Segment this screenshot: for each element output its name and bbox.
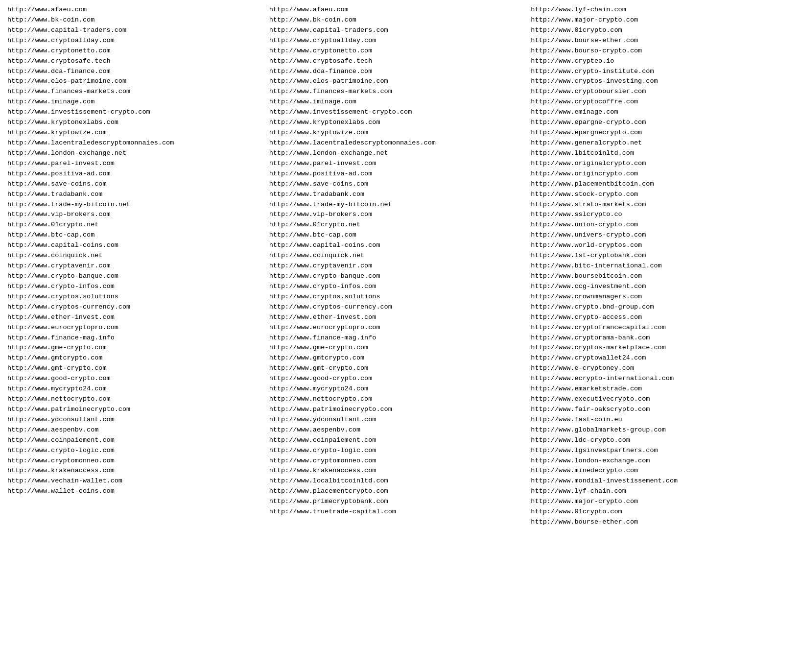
url-item[interactable]: http://www.primecryptobank.com <box>269 497 526 507</box>
url-item[interactable]: http://www.cryptomonneo.com <box>7 456 264 466</box>
url-item[interactable]: http://www.cryptosafe.tech <box>7 56 264 67</box>
url-item[interactable]: http://www.eurocryptopro.com <box>269 323 526 333</box>
url-item[interactable]: http://www.elos-patrimoine.com <box>7 76 264 87</box>
url-item[interactable]: http://www.lbitcoinltd.com <box>531 148 788 159</box>
url-item[interactable]: http://www.world-cryptos.com <box>531 240 788 251</box>
url-item[interactable]: http://www.aespenbv.com <box>7 425 264 435</box>
url-item[interactable]: http://www.crypto-logic.com <box>7 446 264 456</box>
url-item[interactable]: http://www.cryptoallday.com <box>7 36 264 46</box>
url-item[interactable]: http://www.lacentraledescryptomonnaies.c… <box>269 138 526 148</box>
url-item[interactable]: http://www.lyf-chain.com <box>531 5 788 15</box>
url-item[interactable]: http://www.eminage.com <box>531 107 788 118</box>
url-item[interactable]: http://www.krakenaccess.com <box>7 466 264 476</box>
url-item[interactable]: http://www.cryptomonneo.com <box>269 456 526 466</box>
url-item[interactable]: http://www.01crypto.net <box>7 220 264 230</box>
url-item[interactable]: http://www.save-coins.com <box>7 179 264 190</box>
url-item[interactable]: http://www.cryptoallday.com <box>269 36 526 46</box>
url-item[interactable]: http://www.bk-coin.com <box>269 15 526 25</box>
url-item[interactable]: http://www.globalmarkets-group.com <box>531 425 788 435</box>
url-item[interactable]: http://www.cryptos-investing.com <box>531 76 788 87</box>
url-item[interactable]: http://www.lyf-chain.com <box>531 486 788 497</box>
url-item[interactable]: http://www.cryptos-currency.com <box>7 302 264 312</box>
url-item[interactable]: http://www.localbitcoinltd.com <box>269 476 526 486</box>
url-item[interactable]: http://www.lgsinvestpartners.com <box>531 446 788 456</box>
url-item[interactable]: http://www.positiva-ad.com <box>7 169 264 179</box>
url-item[interactable]: http://www.cryptoboursier.com <box>531 87 788 97</box>
url-item[interactable]: http://www.kryptowize.com <box>269 128 526 138</box>
url-item[interactable]: http://www.bourso-crypto.com <box>531 46 788 56</box>
url-item[interactable]: http://www.crypto-infos.com <box>7 282 264 292</box>
url-item[interactable]: http://www.gmtcrypto.com <box>269 353 526 363</box>
url-item[interactable]: http://www.dca-finance.com <box>7 67 264 77</box>
url-item[interactable]: http://www.dca-finance.com <box>269 67 526 77</box>
url-item[interactable]: http://www.cryptosafe.tech <box>269 56 526 67</box>
url-item[interactable]: http://www.good-crypto.com <box>7 374 264 384</box>
url-item[interactable]: http://www.crypto-access.com <box>531 312 788 323</box>
url-item[interactable]: http://www.coinpaiement.com <box>7 435 264 446</box>
url-item[interactable]: http://www.finances-markets.com <box>269 87 526 97</box>
url-item[interactable]: http://www.trade-my-bitcoin.net <box>7 200 264 210</box>
url-item[interactable]: http://www.01crypto.net <box>269 220 526 230</box>
url-item[interactable]: http://www.kryptonexlabs.com <box>269 118 526 128</box>
url-item[interactable]: http://www.positiva-ad.com <box>269 169 526 179</box>
url-item[interactable]: http://www.ecrypto-international.com <box>531 374 788 384</box>
url-item[interactable]: http://www.ydconsultant.com <box>7 415 264 425</box>
url-item[interactable]: http://www.bitc-international.com <box>531 261 788 271</box>
url-item[interactable]: http://www.vip-brokers.com <box>269 210 526 220</box>
url-item[interactable]: http://www.crypto-logic.com <box>269 446 526 456</box>
url-item[interactable]: http://www.afaeu.com <box>269 5 526 15</box>
url-item[interactable]: http://www.crypto-infos.com <box>269 282 526 292</box>
url-item[interactable]: http://www.kryptonexlabs.com <box>7 118 264 128</box>
url-item[interactable]: http://www.crownmanagers.com <box>531 292 788 302</box>
url-item[interactable]: http://www.executivecrypto.com <box>531 394 788 405</box>
url-item[interactable]: http://www.bourse-ether.com <box>531 36 788 46</box>
url-item[interactable]: http://www.btc-cap.com <box>269 230 526 240</box>
url-item[interactable]: http://www.crypto-banque.com <box>269 271 526 282</box>
url-item[interactable]: http://www.truetrade-capital.com <box>269 507 526 517</box>
url-item[interactable]: http://www.fair-oakscrypto.com <box>531 405 788 415</box>
url-item[interactable]: http://www.cryptonetto.com <box>7 46 264 56</box>
url-item[interactable]: http://www.gmtcrypto.com <box>7 353 264 363</box>
url-item[interactable]: http://www.stock-crypto.com <box>531 190 788 200</box>
url-item[interactable]: http://www.cryptowallet24.com <box>531 353 788 363</box>
url-item[interactable]: http://www.nettocrypto.com <box>7 394 264 405</box>
url-item[interactable]: http://www.mycrypto24.com <box>269 384 526 394</box>
url-item[interactable]: http://www.finance-mag.info <box>269 333 526 343</box>
url-item[interactable]: http://www.cryptos-marketplace.com <box>531 343 788 353</box>
url-item[interactable]: http://www.epargnecrypto.com <box>531 128 788 138</box>
url-item[interactable]: http://www.ldc-crypto.com <box>531 435 788 446</box>
url-item[interactable]: http://www.btc-cap.com <box>7 230 264 240</box>
url-item[interactable]: http://www.mondial-investissement.com <box>531 476 788 486</box>
url-item[interactable]: http://www.boursebitcoin.com <box>531 271 788 282</box>
url-item[interactable]: http://www.union-crypto.com <box>531 220 788 230</box>
url-item[interactable]: http://www.generalcrypto.net <box>531 138 788 148</box>
url-item[interactable]: http://www.investissement-crypto.com <box>7 107 264 118</box>
url-item[interactable]: http://www.trade-my-bitcoin.net <box>269 200 526 210</box>
url-item[interactable]: http://www.bk-coin.com <box>7 15 264 25</box>
url-item[interactable]: http://www.coinquick.net <box>269 251 526 261</box>
url-item[interactable]: http://www.cryptos.solutions <box>269 292 526 302</box>
url-item[interactable]: http://www.iminage.com <box>269 97 526 107</box>
url-item[interactable]: http://www.emarketstrade.com <box>531 384 788 394</box>
url-item[interactable]: http://www.kryptowize.com <box>7 128 264 138</box>
url-item[interactable]: http://www.e-cryptoney.com <box>531 363 788 374</box>
url-item[interactable]: http://www.nettocrypto.com <box>269 394 526 405</box>
url-item[interactable]: http://www.finance-mag.info <box>7 333 264 343</box>
url-item[interactable]: http://www.krakenaccess.com <box>269 466 526 476</box>
url-item[interactable]: http://www.cryptavenir.com <box>7 261 264 271</box>
url-item[interactable]: http://www.cryptocoffre.com <box>531 97 788 107</box>
url-item[interactable]: http://www.cryptos.solutions <box>7 292 264 302</box>
url-item[interactable]: http://www.coinpaiement.com <box>269 435 526 446</box>
url-item[interactable]: http://www.london-exchange.net <box>7 148 264 159</box>
url-item[interactable]: http://www.ccg-investment.com <box>531 282 788 292</box>
url-item[interactable]: http://www.parel-invest.com <box>7 159 264 169</box>
url-item[interactable]: http://www.elos-patrimoine.com <box>269 76 526 87</box>
url-item[interactable]: http://www.investissement-crypto.com <box>269 107 526 118</box>
url-item[interactable]: http://www.major-crypto.com <box>531 497 788 507</box>
url-item[interactable]: http://www.sslcrypto.co <box>531 210 788 220</box>
url-item[interactable]: http://www.placementbitcoin.com <box>531 179 788 190</box>
url-item[interactable]: http://www.cryptos-currency.com <box>269 302 526 312</box>
url-item[interactable]: http://www.crypto.bnd-group.com <box>531 302 788 312</box>
url-item[interactable]: http://www.gme-crypto.com <box>7 343 264 353</box>
url-item[interactable]: http://www.iminage.com <box>7 97 264 107</box>
